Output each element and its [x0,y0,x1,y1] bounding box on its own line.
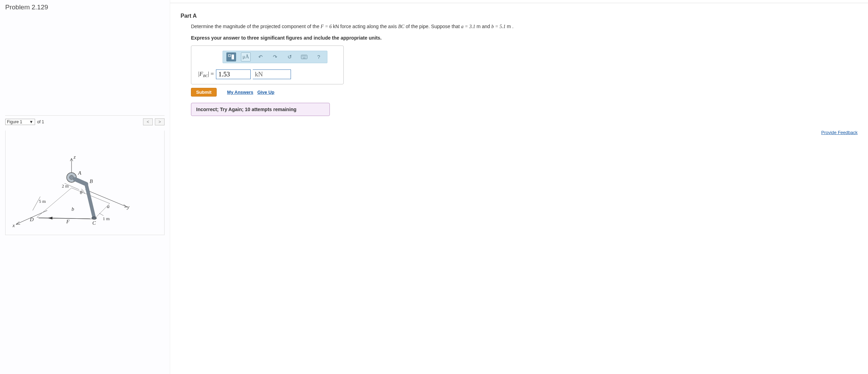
figure-of-label: of 1 [37,119,44,124]
figure-next-button[interactable]: > [155,118,165,125]
left-pane: Problem 2.129 Figure 1 ▼ of 1 < > [0,0,170,374]
prompt-m1: m [476,24,481,29]
force-F-label: F [66,219,69,225]
figure-diagram: z y x A B C D F θ a b 2 m 5 m 1 m [6,144,131,235]
chevron-down-icon: ▼ [29,119,33,124]
prompt-and: and [482,24,491,29]
angle-theta-label: θ [80,190,82,196]
give-up-link[interactable]: Give Up [257,90,274,95]
axis-y-label: y [127,204,130,210]
svg-rect-21 [228,55,231,57]
prompt-b: b = 5.1 [491,24,507,29]
problem-title: Problem 2.129 [5,3,165,11]
svg-line-2 [72,158,73,161]
axis-x-label: x [12,223,15,228]
my-answers-link[interactable]: My Answers [227,90,253,95]
dim-2m: 2 m [62,183,69,189]
prompt-m2: m [507,24,511,29]
units-button[interactable]: μÅ [241,52,251,61]
feedback-message: Incorrect; Try Again; 10 attempts remain… [191,103,330,116]
svg-line-1 [70,158,72,161]
provide-feedback-link[interactable]: Provide Feedback [821,130,858,135]
help-icon[interactable]: ? [314,52,324,61]
svg-line-5 [124,207,127,207]
dim-a-label: a [107,203,110,209]
dim-5m: 5 m [39,199,46,204]
svg-marker-17 [48,217,52,219]
submit-button[interactable]: Submit [191,88,217,97]
part-heading: Part A [181,13,858,19]
prompt-a: a = 3.1 [461,24,476,29]
figure-select[interactable]: Figure 1 ▼ [5,119,35,125]
figure-nav: Figure 1 ▼ of 1 < > [5,115,165,125]
point-B-label: B [90,178,93,184]
svg-rect-22 [232,55,234,59]
template-icon[interactable] [226,52,236,61]
answer-line: |FBC| = [198,69,340,79]
right-pane: Part A Determine the magnitude of the pr… [170,3,868,374]
dim-1m: 1 m [103,216,110,222]
redo-icon[interactable]: ↷ [270,52,280,61]
instruction-text: Express your answer to three significant… [191,35,858,41]
keyboard-icon[interactable] [299,52,309,61]
prompt-pre: Determine the magnitude of the projected… [191,24,321,29]
dim-b-label: b [72,206,74,212]
unit-input[interactable] [253,69,291,79]
point-A-label: A [78,170,81,176]
axis-z-label: z [74,154,76,160]
answer-variable: |FBC| = [198,70,214,78]
prompt-kN: kN [333,24,339,29]
point-C-label: C [92,220,96,226]
figure-prev-button[interactable]: < [143,118,153,125]
answer-toolbar: μÅ ↶ ↷ ↺ ? [223,51,327,63]
prompt-BC: BC [398,24,404,29]
undo-icon[interactable]: ↶ [256,52,265,61]
value-input[interactable] [216,69,251,79]
figure-select-label: Figure 1 [7,119,22,124]
reset-icon[interactable]: ↺ [285,52,294,61]
prompt-text: Determine the magnitude of the projected… [191,23,858,30]
action-row: Submit My Answers Give Up [191,88,858,97]
figure-panel: z y x A B C D F θ a b 2 m 5 m 1 m [5,131,165,235]
prompt-F: F = 6 [321,24,333,29]
point-D-label: D [30,217,34,223]
prompt-period: . [512,24,514,29]
svg-line-20 [99,213,103,216]
prompt-mid1: force acting along the axis [340,24,398,29]
answer-box: μÅ ↶ ↷ ↺ ? |FBC| = [191,45,344,84]
prompt-mid2: of the pipe. Suppose that [406,24,461,29]
